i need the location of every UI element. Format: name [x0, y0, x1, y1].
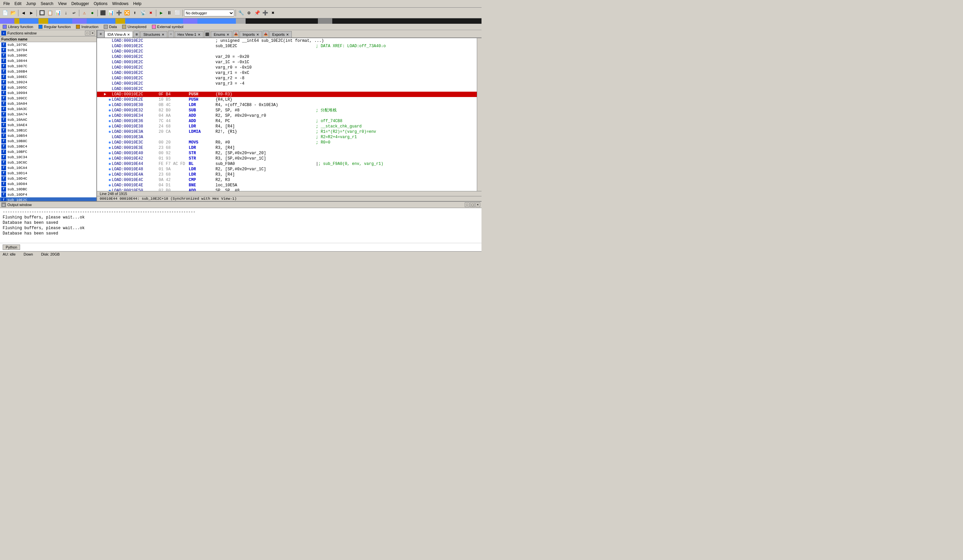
toolbar-btn-g[interactable]: ⚙ — [245, 10, 253, 17]
function-row[interactable]: fsub_10DF4 — [0, 192, 96, 197]
menu-edit[interactable]: Edit — [12, 1, 23, 7]
code-line[interactable]: LOAD:00010E2E10 B5PUSH{R4,LR} — [97, 97, 477, 102]
function-row[interactable]: fsub_10BC4 — [0, 144, 96, 149]
toolbar-stop[interactable]: ✖ — [147, 10, 155, 17]
function-row[interactable]: fsub_10A74 — [0, 112, 96, 117]
code-line[interactable]: LOAD:00010E44FE F7 AC FDBLsub_F9A0 | ; s… — [97, 161, 477, 167]
code-line[interactable]: LOAD:00010E4801 9ALDRR2, [SP,#0x20+var_1… — [97, 167, 477, 172]
function-row[interactable]: fsub_10C34 — [0, 155, 96, 160]
toolbar-btn-h[interactable]: 📌 — [253, 10, 261, 17]
code-view[interactable]: LOAD:00010E2C; unsigned __int64 sub_10E2… — [97, 38, 481, 191]
function-row[interactable]: fsub_10B8C — [0, 139, 96, 144]
toolbar-btn-4[interactable]: 📋 — [46, 10, 54, 17]
toolbar-step[interactable]: ⬜ — [173, 10, 181, 17]
toolbar-forward[interactable]: ▶ — [28, 10, 35, 17]
function-row[interactable]: fsub_108B4 — [0, 69, 96, 74]
function-row[interactable]: fsub_10D4C — [0, 176, 96, 181]
code-line[interactable]: LOAD:00010E2Cvarg_r3 = -4 — [97, 81, 477, 86]
code-line[interactable]: LOAD:00010E4C9A 42CMPR2, R3 — [97, 177, 477, 183]
code-line[interactable]: LOAD:00010E2C; unsigned __int64 sub_10E2… — [97, 38, 477, 44]
code-line[interactable]: LOAD:00010E3824 68LDRR4, [R4] ; __stack_… — [97, 124, 477, 129]
navigation-map[interactable] — [0, 18, 481, 24]
code-line[interactable]: LOAD:00010E2Cvar_20 = -0x20 — [97, 54, 477, 60]
function-row[interactable]: fsub_10A04 — [0, 101, 96, 106]
tab-enums-icon[interactable]: ⬛ — [204, 31, 210, 37]
functions-list[interactable]: fsub_1079Cfsub_107D4fsub_1080Cfsub_10844… — [0, 42, 96, 201]
tab-exports[interactable]: Exports ✕ — [269, 31, 292, 37]
tab-enums[interactable]: Enums ✕ — [211, 31, 232, 37]
code-line[interactable]: LOAD:00010E2Cvarg_r2 = -8 — [97, 76, 477, 81]
code-line[interactable]: LOAD:00010E2Cvarg_r1 = -0xC — [97, 70, 477, 76]
toolbar-btn-7[interactable]: ↩ — [70, 10, 78, 17]
toolbar-btn-b[interactable]: ➕ — [115, 10, 122, 17]
function-row[interactable]: fsub_10AAC — [0, 117, 96, 123]
function-row[interactable]: fsub_10E2C — [0, 197, 96, 201]
code-line[interactable]: LOAD:00010E4E04 D1BNEloc_10E5A — [97, 183, 477, 188]
tab-enums-close[interactable]: ✕ — [227, 33, 229, 36]
code-line[interactable]: LOAD:00010E300B 4CLDRR4, =(off_74CB8 - 0… — [97, 102, 477, 108]
output-maximize-btn[interactable]: ▢ — [470, 202, 475, 207]
toolbar-btn-f[interactable]: 🔧 — [237, 10, 245, 17]
toolbar-btn-j[interactable]: ✖ — [269, 10, 277, 17]
code-line[interactable]: LOAD:00010E3C00 20MOVSR0, #0 ; R0=0 — [97, 140, 477, 145]
menu-options[interactable]: Options — [92, 1, 109, 7]
function-row[interactable]: fsub_1087C — [0, 63, 96, 69]
tab-nav-icon[interactable]: ≡ — [97, 30, 104, 37]
code-scrollbar-right[interactable] — [477, 38, 481, 191]
toolbar-pause[interactable]: ⏸ — [165, 10, 173, 17]
code-line[interactable]: LOAD:00010E2Csub_10E2C ; DATA XREF: LOAD… — [97, 44, 477, 49]
toolbar-btn-i[interactable]: ➕ — [261, 10, 269, 17]
code-line[interactable]: LOAD:00010E4201 93STRR3, [SP,#0x20+var_1… — [97, 156, 477, 161]
output-content[interactable]: ----------------------------------------… — [0, 208, 481, 243]
tab-hex-view[interactable]: Hex View-1 ✕ — [175, 31, 203, 37]
menu-jump[interactable]: Jump — [24, 1, 38, 7]
function-row[interactable]: fsub_10DBC — [0, 187, 96, 192]
code-line[interactable]: LOAD:00010E2C — [97, 49, 477, 54]
menu-windows[interactable]: Windows — [110, 1, 130, 7]
code-line[interactable]: LOAD:00010E3A ; R2=R2+4=varg_r1 — [97, 134, 477, 140]
code-line[interactable]: LOAD:00010E3E23 68LDRR3, [R4] — [97, 145, 477, 151]
function-row[interactable]: fsub_1080C — [0, 53, 96, 58]
debugger-selector[interactable]: No debugger — [184, 10, 234, 16]
code-line[interactable]: LOAD:00010E3282 B0SUBSP, SP, #8 ; 分配堆栈 — [97, 108, 477, 113]
code-line[interactable]: LOAD:00010E4000 92STRR2, [SP,#0x20+var_2… — [97, 151, 477, 156]
function-row[interactable]: fsub_1079C — [0, 42, 96, 47]
code-line[interactable]: LOAD:00010E367C 44ADDR4, PC ; off_74CB8 — [97, 118, 477, 124]
function-row[interactable]: fsub_10994 — [0, 90, 96, 95]
functions-restore-btn[interactable]: □ — [85, 31, 90, 36]
tab-structures[interactable]: Structures ✕ — [140, 31, 167, 37]
tab-structures-close[interactable]: ✕ — [162, 33, 164, 36]
function-row[interactable]: fsub_10CA4 — [0, 165, 96, 171]
output-close-btn[interactable]: ✕ — [475, 202, 480, 207]
tab-imports-close[interactable]: ✕ — [256, 33, 259, 36]
function-row[interactable]: fsub_10B54 — [0, 133, 96, 139]
toolbar-back[interactable]: ◀ — [20, 10, 27, 17]
toolbar-btn-6[interactable]: ↓ — [62, 10, 70, 17]
function-row[interactable]: fsub_10D14 — [0, 171, 96, 176]
tab-hex-icon[interactable]: ○ — [168, 31, 174, 37]
toolbar-btn-a[interactable]: 📊 — [107, 10, 114, 17]
tab-imports[interactable]: Imports ✕ — [240, 31, 262, 37]
toolbar-new[interactable]: 📄 — [2, 10, 9, 17]
function-row[interactable]: fsub_10AE4 — [0, 123, 96, 128]
toolbar-graph[interactable]: ⬛ — [99, 10, 106, 17]
tab-ida-view-a[interactable]: IDA View-A ✕ — [104, 31, 133, 38]
function-row[interactable]: fsub_107D4 — [0, 47, 96, 53]
tab-exports-icon[interactable]: 📤 — [263, 31, 269, 37]
code-line[interactable]: LOAD:00010E4A23 68LDRR3, [R4] — [97, 172, 477, 177]
tab-hex-view-close[interactable]: ✕ — [198, 33, 200, 36]
code-line[interactable]: LOAD:00010E2Cvar_1C = -0x1C — [97, 60, 477, 65]
functions-close-btn[interactable]: ✕ — [90, 31, 95, 36]
toolbar-btn-e[interactable]: 📡 — [139, 10, 147, 17]
menu-search[interactable]: Search — [39, 1, 55, 7]
menu-debugger[interactable]: Debugger — [69, 1, 91, 7]
python-button[interactable]: Python — [3, 244, 20, 250]
function-row[interactable]: fsub_1095C — [0, 85, 96, 90]
function-row[interactable]: fsub_108EC — [0, 74, 96, 79]
output-restore-btn[interactable]: □ — [465, 202, 469, 207]
toolbar-btn-d[interactable]: ⬆ — [131, 10, 139, 17]
menu-view[interactable]: View — [56, 1, 68, 7]
tab-exports-close[interactable]: ✕ — [286, 33, 289, 36]
function-row[interactable]: fsub_10A3C — [0, 106, 96, 112]
toolbar-warning[interactable]: ⚠ — [81, 10, 88, 17]
